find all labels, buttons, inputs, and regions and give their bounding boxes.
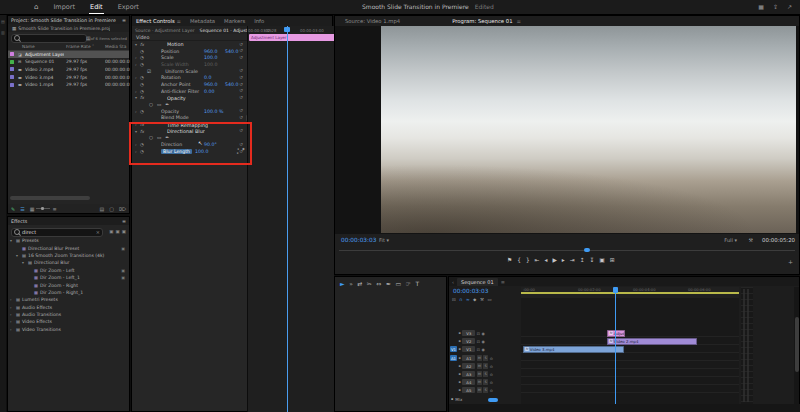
fx-badge-icon[interactable]: fx <box>140 129 144 134</box>
param-value[interactable]: 100.0 % <box>204 109 225 114</box>
project-item-row[interactable]: ⊟ Sequence 01 29.97 fps 00:00:00:0 <box>8 58 129 66</box>
ripple-edit-tool-icon[interactable]: ⇄ <box>357 280 362 287</box>
master-track-header[interactable]: ▪ Mix <box>449 395 523 403</box>
effects-tree-item[interactable]: › ▤ Lumetri Presets <box>8 296 129 303</box>
effect-row[interactable]: ▾ fx Opacity ↺ <box>132 95 247 102</box>
effect-row[interactable]: Blend Mode Normal▾ ↺ <box>132 115 247 122</box>
reset-param-icon[interactable]: ↺ <box>239 108 243 113</box>
lock-icon[interactable]: ▪ <box>459 388 461 392</box>
effect-row[interactable]: ☑ Uniform Scale ↺ <box>132 68 247 75</box>
project-search-input[interactable] <box>11 34 87 43</box>
effect-row[interactable]: ◔ Anchor Point 960.0 540.0 ↺ <box>132 81 247 88</box>
sync-lock-icon[interactable]: ⊡ <box>477 339 480 344</box>
tree-item-label[interactable]: Presets <box>22 238 39 243</box>
zoom-fit-dropdown[interactable]: Fit ▾ <box>379 237 389 243</box>
mark-out-icon[interactable]: } <box>526 257 530 263</box>
program-monitor-tab[interactable]: Program: Sequence 01 <box>452 18 512 24</box>
quick-export-icon[interactable]: ⇪ <box>773 3 778 10</box>
source-monitor-tab[interactable]: Source: Video 1.mp4 <box>345 18 400 24</box>
effect-row[interactable]: ▾ fx Motion ↺ <box>132 41 247 48</box>
twirl-icon[interactable]: ▾ <box>22 260 26 265</box>
reset-param-icon[interactable]: ↺ <box>239 68 243 73</box>
tree-item-label[interactable]: 16 Smooth Zoom Transitions (4k) <box>28 253 104 258</box>
stopwatch-icon[interactable]: ◔ <box>140 62 147 67</box>
panel-tab[interactable]: Effect Controls ≡ <box>136 18 181 24</box>
project-item-row[interactable]: ◪ Adjustment Layer <box>8 51 129 59</box>
audio-track-header[interactable]: ▪ A3 M S ⊙ <box>449 370 521 378</box>
panel-tab[interactable]: Markers <box>224 18 245 24</box>
tree-item-label[interactable]: Dir Zoom - Right <box>40 283 78 288</box>
audio-track-header[interactable]: ▪ A2 M S ⊙ <box>449 362 521 370</box>
source-patch[interactable] <box>450 330 457 336</box>
track-name[interactable]: V2 <box>462 338 475 344</box>
tree-item-label[interactable]: Dir Zoom - Right_1 <box>40 290 83 295</box>
header-tab[interactable]: Export <box>117 1 140 14</box>
label-color-swatch[interactable] <box>10 52 14 56</box>
tree-item-label[interactable]: Dir Zoom - Left_1 <box>40 275 80 280</box>
bit32-effects-icon[interactable]: ▣ <box>115 229 119 234</box>
sync-lock-icon[interactable]: ⊡ <box>477 347 480 352</box>
voiceover-mic-icon[interactable]: ⊙ <box>490 388 493 393</box>
source-patch[interactable] <box>450 387 457 393</box>
track-name[interactable]: A2 <box>462 363 475 369</box>
effect-row[interactable]: › ◔ Anti-flicker Filter 0.00 ↺ <box>132 88 247 95</box>
rectangle-tool-icon[interactable]: ▭ <box>395 280 401 287</box>
label-color-swatch[interactable] <box>10 83 14 87</box>
item-name[interactable]: Video 1.mp4 <box>25 82 64 87</box>
effects-tree-item[interactable]: ▦ Dir Zoom - Right_1 <box>8 289 129 296</box>
nest-toggle-icon[interactable]: ⊡ <box>452 297 456 302</box>
source-patch[interactable] <box>450 363 457 369</box>
effects-panel-tab[interactable]: Effects ≡ <box>8 217 129 225</box>
solo-button[interactable]: S <box>483 355 488 361</box>
track-name[interactable]: A4 <box>462 379 475 385</box>
panel-menu-icon[interactable]: ≡ <box>122 219 126 224</box>
param-value[interactable]: 960.0 <box>204 82 225 87</box>
twirl-icon[interactable]: ▾ <box>10 238 14 243</box>
extract-icon[interactable]: ↧ <box>590 257 595 263</box>
mask-ellipse-icon[interactable]: ○ <box>149 135 153 140</box>
source-patch[interactable] <box>450 379 457 385</box>
column-name[interactable]: Name <box>22 44 35 49</box>
param-value[interactable]: 100.0 <box>204 55 225 60</box>
reset-param-icon[interactable]: ↺ <box>239 48 243 53</box>
track-name[interactable]: V3 <box>462 330 475 336</box>
tree-item-label[interactable]: Lumetri Presets <box>22 297 58 302</box>
yuv-effects-icon[interactable]: ▣ <box>122 229 126 234</box>
reset-param-icon[interactable]: ↺ <box>239 128 243 133</box>
timeline-settings-icon[interactable]: ⚒ <box>480 297 484 302</box>
add-marker-icon[interactable]: ⚑ <box>507 257 512 263</box>
reset-param-icon[interactable]: ↺ <box>239 142 243 147</box>
sequence-tab[interactable]: Sequence 01 <box>457 278 498 286</box>
playback-resolution-dropdown[interactable]: Full ▾ <box>724 237 737 243</box>
icon-view-icon[interactable]: ▦ <box>30 206 35 212</box>
settings-wrench-icon[interactable]: ⚒ <box>749 237 753 243</box>
home-icon[interactable]: ⌂ <box>34 3 38 11</box>
mute-button[interactable]: M <box>477 387 482 393</box>
maximize-icon[interactable]: ↗ <box>787 3 792 10</box>
effects-tree-item[interactable]: › ▤ Audio Effects <box>8 304 129 311</box>
effects-tree-item[interactable]: › ▤ Video Effects <box>8 318 129 325</box>
item-name[interactable]: Sequence 01 <box>25 59 64 64</box>
step-back-icon[interactable]: ◂ <box>544 257 547 263</box>
source-patch[interactable]: V1 <box>450 346 457 352</box>
twirl-icon[interactable]: ▾ <box>16 253 20 258</box>
tree-item-label[interactable]: Audio Transitions <box>22 312 61 317</box>
fx-badge-icon[interactable]: fx <box>140 42 144 47</box>
param-value[interactable]: 90.0° <box>204 142 225 147</box>
chevron-left-icon[interactable]: ‹ <box>452 279 454 285</box>
sort-icon[interactable]: ≡ <box>52 206 56 212</box>
effects-tree-item[interactable]: › ▤ Audio Transitions <box>8 311 129 318</box>
column-frame-rate[interactable]: Frame Rate ˄ <box>66 44 94 49</box>
panel-dock-icon[interactable]: ▤ <box>1 19 5 24</box>
source-patch[interactable]: A1 <box>450 355 457 361</box>
tree-item-label[interactable]: Directional Blur Preset <box>28 246 79 251</box>
track-name[interactable]: A3 <box>462 371 475 377</box>
work-area-bar[interactable] <box>521 292 739 294</box>
timeline-h-scrollbar-thumb[interactable] <box>488 398 498 402</box>
stopwatch-icon[interactable]: ◔ <box>140 89 147 94</box>
lock-icon[interactable]: ▪ <box>459 364 461 368</box>
effect-row[interactable]: ○ ▭ ✒ <box>132 135 247 142</box>
timeline-clip-video3[interactable]: fx Video 3.mp4 <box>523 346 624 353</box>
timeline-clip-video2[interactable]: fx Video 2.mp4 <box>607 338 697 345</box>
fx-badge-icon[interactable]: fx <box>140 95 144 100</box>
